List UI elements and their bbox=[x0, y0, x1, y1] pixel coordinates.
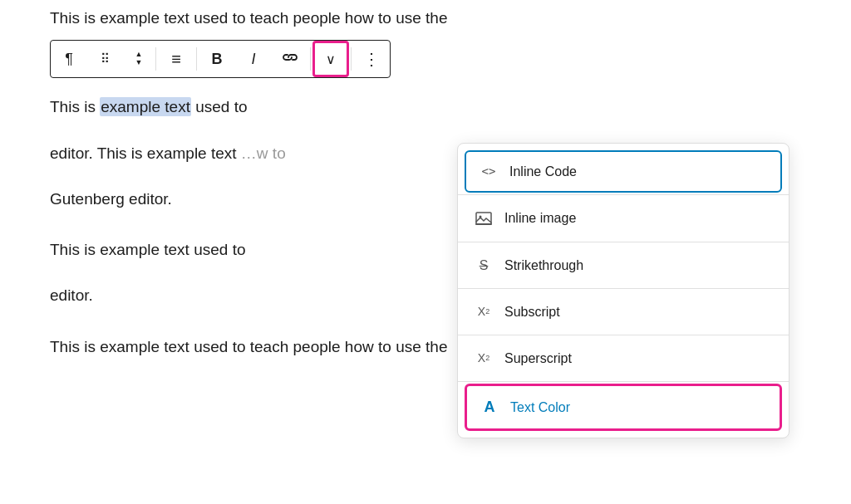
dropdown-item-strikethrough[interactable]: S Strikethrough bbox=[458, 244, 789, 286]
bold-button[interactable]: B bbox=[199, 41, 235, 77]
pilcrow-icon: ¶ bbox=[65, 51, 73, 68]
para-1-before: This is bbox=[50, 98, 100, 115]
separator-1 bbox=[458, 194, 789, 195]
separator-5 bbox=[458, 381, 789, 382]
italic-icon: I bbox=[251, 51, 255, 68]
kebab-menu-button[interactable]: ⋮ bbox=[353, 41, 390, 77]
subscript-label: Subscript bbox=[504, 301, 560, 323]
more-options-button[interactable]: ∨ bbox=[312, 41, 349, 77]
top-partial-text: This is example text used to teach peopl… bbox=[50, 0, 801, 40]
toolbar-divider-2 bbox=[196, 47, 197, 71]
para-1-after: used to bbox=[191, 98, 248, 115]
toolbar-divider-3 bbox=[310, 47, 311, 71]
bold-icon: B bbox=[212, 51, 223, 68]
strikethrough-icon: S bbox=[475, 254, 493, 276]
align-icon: ≡ bbox=[171, 50, 181, 69]
subscript-icon: X2 bbox=[475, 302, 493, 322]
dropdown-item-text-color[interactable]: A Text Color bbox=[465, 384, 782, 431]
italic-button[interactable]: I bbox=[235, 41, 272, 77]
updown-icon: ▲ ▼ bbox=[135, 51, 143, 67]
pilcrow-button[interactable]: ¶ bbox=[51, 41, 87, 77]
para-1-highlight: example text bbox=[100, 97, 191, 116]
dropdown-item-superscript[interactable]: X2 Superscript bbox=[458, 337, 789, 379]
link-icon bbox=[282, 51, 298, 67]
content-area: This is example text used to editor. Thi… bbox=[50, 93, 801, 360]
svg-rect-0 bbox=[476, 213, 491, 224]
text-color-icon: A bbox=[480, 394, 499, 420]
separator-4 bbox=[458, 335, 789, 335]
separator-2 bbox=[458, 242, 789, 242]
updown-button[interactable]: ▲ ▼ bbox=[124, 41, 154, 77]
link-button[interactable] bbox=[272, 41, 308, 77]
dropdown-item-inline-image[interactable]: Inline image bbox=[458, 197, 789, 239]
superscript-label: Superscript bbox=[504, 347, 572, 369]
align-button[interactable]: ≡ bbox=[158, 41, 194, 77]
editor-toolbar: ¶ ⠿ ▲ ▼ ≡ B I bbox=[50, 40, 391, 78]
toolbar-divider-1 bbox=[155, 47, 156, 71]
strikethrough-label: Strikethrough bbox=[504, 254, 583, 276]
separator-3 bbox=[458, 288, 789, 289]
kebab-icon: ⋮ bbox=[363, 49, 380, 69]
inline-code-label: Inline Code bbox=[509, 160, 577, 183]
toolbar-divider-4 bbox=[351, 47, 352, 71]
inline-image-label: Inline image bbox=[504, 207, 576, 229]
dropdown-item-subscript[interactable]: X2 Subscript bbox=[458, 291, 789, 333]
superscript-icon: X2 bbox=[475, 349, 493, 369]
code-icon: <> bbox=[480, 162, 498, 182]
paragraph-1: This is example text used to bbox=[50, 93, 801, 120]
dropdown-item-inline-code[interactable]: <> Inline Code bbox=[465, 150, 782, 193]
grip-icon: ⠿ bbox=[101, 51, 111, 66]
image-icon bbox=[475, 211, 493, 226]
chevron-down-icon: ∨ bbox=[326, 51, 336, 67]
dropdown-menu: <> Inline Code Inline image bbox=[457, 143, 790, 438]
grip-button[interactable]: ⠿ bbox=[87, 41, 124, 77]
text-color-label: Text Color bbox=[510, 396, 570, 418]
